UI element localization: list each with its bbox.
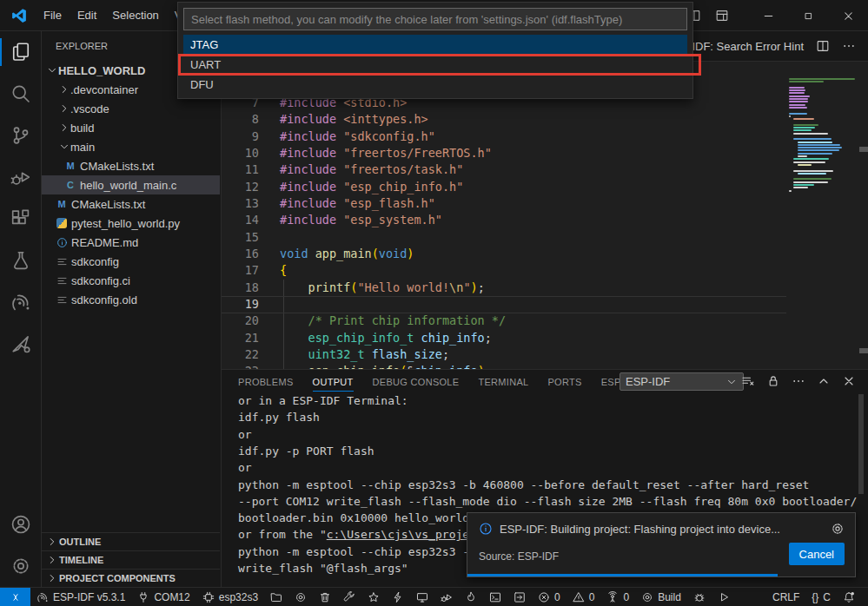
cmake-icon: M bbox=[56, 199, 68, 209]
panel-tab-ports[interactable]: PORTS bbox=[547, 372, 581, 392]
close-panel-icon[interactable] bbox=[842, 374, 856, 388]
quickpick-item-jtag[interactable]: JTAG bbox=[183, 35, 687, 55]
lock-scroll-icon[interactable] bbox=[766, 374, 780, 388]
tree-item[interactable]: .vscode bbox=[42, 99, 220, 118]
panel-tab-terminal[interactable]: TERMINAL bbox=[478, 372, 528, 392]
code-line[interactable]: 20 /* Print chip information */ bbox=[222, 313, 868, 330]
quickpick-input[interactable] bbox=[183, 8, 687, 30]
statusbar-ports-forwarded[interactable]: 0 bbox=[600, 588, 635, 606]
tree-item[interactable]: sdkconfig bbox=[42, 252, 220, 271]
code-line[interactable]: 15 bbox=[222, 229, 868, 247]
activity-item-espressif[interactable] bbox=[0, 281, 42, 323]
code-line[interactable]: 18 printf("Hello world!\n"); bbox=[222, 280, 868, 297]
menu-file[interactable]: File bbox=[36, 5, 70, 25]
menu-edit[interactable]: Edit bbox=[70, 5, 104, 25]
split-editor-icon[interactable] bbox=[816, 39, 830, 53]
code-text: #include "sdkconfig.h" bbox=[280, 129, 435, 143]
code-line[interactable]: 13#include "esp_flash.h" bbox=[222, 195, 868, 213]
maximize-button[interactable] bbox=[788, 0, 828, 31]
statusbar-full-clean[interactable] bbox=[313, 588, 337, 606]
tree-item[interactable]: MCMakeLists.txt bbox=[42, 194, 220, 214]
code-line[interactable]: 19 bbox=[222, 296, 868, 313]
code-line[interactable]: 23 esp_chip_info(&chip_info); bbox=[222, 363, 868, 369]
statusbar-build-tool[interactable] bbox=[337, 588, 361, 606]
code-line[interactable]: 21 esp_chip_info_t chip_info; bbox=[222, 330, 868, 347]
statusbar-cmake-build[interactable]: Build bbox=[635, 588, 687, 606]
code-line[interactable]: 16void app_main(void) bbox=[222, 246, 868, 263]
statusbar-launch[interactable] bbox=[712, 588, 736, 606]
code-line[interactable]: 11#include "freertos/task.h" bbox=[222, 161, 868, 179]
statusbar-select-project[interactable] bbox=[264, 588, 288, 606]
tree-item[interactable]: README.md bbox=[42, 233, 220, 252]
tree-item-label: sdkconfig bbox=[71, 255, 119, 268]
close-button[interactable] bbox=[828, 0, 868, 31]
panel-tab-problems[interactable]: PROBLEMS bbox=[238, 372, 294, 392]
code-line[interactable]: 17{ bbox=[222, 262, 868, 280]
statusbar-language-mode[interactable]: {}C bbox=[805, 588, 837, 606]
line-number: 11 bbox=[222, 161, 259, 178]
statusbar-monitor[interactable] bbox=[410, 588, 434, 606]
tree-item[interactable]: Chello_world_main.c bbox=[42, 175, 220, 194]
statusbar-debug[interactable] bbox=[434, 588, 459, 606]
customize-layout-icon[interactable] bbox=[715, 9, 729, 23]
panel-header: PROBLEMSOUTPUTDEBUG CONSOLETERMINALPORTS… bbox=[222, 370, 868, 393]
maximize-panel-icon[interactable] bbox=[817, 374, 831, 388]
clear-output-icon[interactable] bbox=[741, 374, 755, 388]
panel-tab-output[interactable]: OUTPUT bbox=[313, 372, 354, 392]
code-line[interactable]: 22 uint32_t flash_size; bbox=[222, 346, 868, 364]
activity-item-search[interactable] bbox=[0, 73, 42, 115]
code-line[interactable]: 9#include "sdkconfig.h" bbox=[222, 128, 868, 146]
statusbar-label: 0 bbox=[623, 591, 629, 603]
activity-item-testing[interactable] bbox=[0, 240, 42, 281]
code-area[interactable]: 7#include <stdio.h>8#include <inttypes.h… bbox=[222, 62, 868, 369]
statusbar-flash[interactable] bbox=[386, 588, 410, 606]
remote-indicator[interactable] bbox=[0, 588, 30, 606]
output-line: --port COM12 write_flash --flash_mode di… bbox=[238, 493, 868, 510]
more-actions-icon[interactable] bbox=[842, 39, 856, 53]
more-actions-icon[interactable] bbox=[792, 374, 805, 388]
statusbar-export[interactable] bbox=[507, 588, 532, 606]
statusbar-star[interactable] bbox=[361, 588, 386, 606]
statusbar-menuconfig[interactable] bbox=[288, 588, 313, 606]
statusbar-erase-flash[interactable] bbox=[459, 588, 483, 606]
activity-item-extensions[interactable] bbox=[0, 198, 42, 240]
statusbar-notifications[interactable] bbox=[837, 588, 861, 606]
gear-icon[interactable] bbox=[831, 522, 845, 536]
statusbar-eol[interactable]: CRLF bbox=[766, 588, 805, 606]
output-link[interactable]: c:\Users\cjs\vs_proje bbox=[327, 528, 469, 541]
statusbar-serial-port[interactable]: COM12 bbox=[131, 588, 195, 606]
statusbar-warnings[interactable]: 0 bbox=[567, 588, 601, 606]
activity-item-manage[interactable] bbox=[0, 545, 42, 587]
activity-item-source-control[interactable] bbox=[0, 115, 42, 156]
output-channel-select[interactable]: ESP-IDF bbox=[620, 372, 744, 391]
menu-selection[interactable]: Selection bbox=[104, 5, 166, 25]
tree-item[interactable]: main bbox=[42, 137, 220, 156]
quickpick-item-uart[interactable]: UART bbox=[183, 55, 687, 75]
section-timeline[interactable]: TIMELINE bbox=[42, 550, 220, 569]
panel-tab-debug-console[interactable]: DEBUG CONSOLE bbox=[373, 372, 460, 392]
tree-item[interactable]: build bbox=[42, 118, 220, 137]
statusbar-device-target[interactable]: esp32s3 bbox=[196, 588, 264, 606]
section-project-components[interactable]: PROJECT COMPONENTS bbox=[42, 569, 220, 587]
statusbar-errors[interactable]: 0 bbox=[532, 588, 567, 606]
code-line[interactable]: 10#include "freertos/FreeRTOS.h" bbox=[222, 145, 868, 162]
code-line[interactable]: 8#include <inttypes.h> bbox=[222, 111, 868, 128]
section-outline[interactable]: OUTLINE bbox=[42, 532, 220, 550]
code-line[interactable]: 14#include "esp_system.h" bbox=[222, 212, 868, 229]
cancel-button[interactable]: Cancel bbox=[789, 543, 845, 565]
statusbar-espidf-version[interactable]: ESP-IDF v5.3.1 bbox=[30, 588, 131, 606]
tree-item[interactable]: MCMakeLists.txt bbox=[42, 156, 220, 175]
quickpick-item-dfu[interactable]: DFU bbox=[183, 75, 687, 95]
panel-scrollbar[interactable] bbox=[858, 394, 864, 494]
statusbar-terminal[interactable] bbox=[483, 588, 507, 606]
tree-item[interactable]: sdkconfig.ci bbox=[42, 271, 220, 290]
activity-item-explorer[interactable] bbox=[0, 31, 42, 73]
activity-item-esp-idf-explorer[interactable] bbox=[0, 323, 42, 365]
minimize-button[interactable] bbox=[748, 0, 788, 31]
tree-item[interactable]: pytest_hello_world.py bbox=[42, 214, 220, 233]
statusbar-bug[interactable] bbox=[687, 588, 712, 606]
activity-item-run-and-debug[interactable] bbox=[0, 156, 42, 198]
tree-item[interactable]: sdkconfig.old bbox=[42, 290, 220, 309]
code-line[interactable]: 12#include "esp_chip_info.h" bbox=[222, 179, 868, 196]
activity-item-accounts[interactable] bbox=[0, 504, 42, 545]
